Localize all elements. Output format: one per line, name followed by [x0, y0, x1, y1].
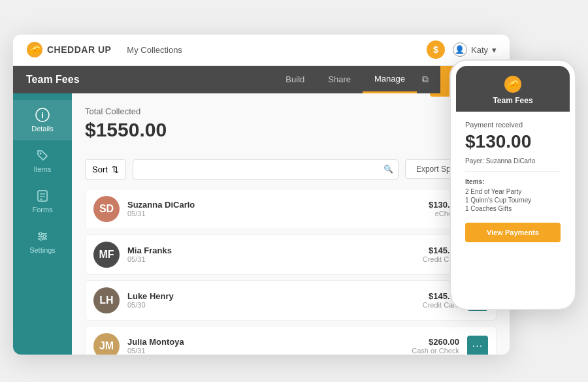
sidebar-label-settings: Settings	[29, 246, 56, 254]
total-info: Total Collected $1550.00	[85, 106, 167, 151]
chevron-down-icon: ▾	[492, 45, 497, 55]
total-collected-amount: $1550.00	[85, 119, 167, 141]
sidebar: i Details Items	[13, 93, 72, 355]
payer-info: Mia Franks 05/31	[127, 246, 415, 263]
svg-text:🧀: 🧀	[29, 44, 41, 56]
avatar: MF	[93, 242, 120, 268]
sidebar-label-details: Details	[31, 125, 54, 133]
sidebar-label-items: Items	[34, 165, 52, 173]
payment-amount: $260.00	[412, 337, 459, 347]
user-icon: 👤	[453, 42, 467, 57]
total-header-row: Total Collected $1550.00 Withdraw	[85, 106, 497, 151]
search-input[interactable]	[133, 159, 399, 180]
app-window: 🧀 CHEDDAR UP My Collections $ 👤 Katy ▾ T…	[13, 35, 510, 355]
total-collected-label: Total Collected	[85, 106, 167, 116]
table-row: MF Mia Franks 05/31 $145.00 Credit Card …	[85, 234, 497, 275]
payments-list: SD Suzanna DiCarlo 05/31 $130.00 eCheck …	[85, 189, 497, 355]
logo-icon: 🧀	[26, 41, 43, 58]
sidebar-item-details[interactable]: i Details	[13, 100, 72, 140]
payment-method: Cash or Check	[412, 347, 459, 355]
phone-item-1: 2 End of Year Party	[465, 188, 561, 195]
svg-rect-5	[38, 191, 47, 201]
phone-item-2: 1 Quinn's Cup Tourney	[465, 197, 561, 204]
sidebar-label-forms: Forms	[32, 206, 52, 214]
payer-name: Julia Montoya	[127, 337, 404, 347]
payment-received-amount: $130.00	[465, 131, 561, 152]
payer-name: Mia Franks	[127, 246, 415, 255]
sidebar-item-forms[interactable]: Forms	[13, 181, 72, 221]
payer-info: Julia Montoya 05/31	[127, 337, 404, 355]
external-link-icon[interactable]: ⧉	[417, 74, 434, 85]
svg-point-13	[43, 235, 46, 238]
svg-point-12	[39, 232, 42, 235]
search-box: 🔍	[133, 159, 399, 180]
avatar: LH	[93, 287, 120, 313]
svg-point-4	[40, 152, 42, 154]
svg-text:🧀: 🧀	[508, 79, 519, 90]
sidebar-item-items[interactable]: Items	[13, 140, 72, 181]
search-icon: 🔍	[384, 165, 393, 174]
phone-header: 🧀 Team Fees	[456, 66, 570, 112]
table-row: JM Julia Montoya 05/31 $260.00 Cash or C…	[85, 326, 497, 355]
phone-item-3: 1 Coaches Gifts	[465, 205, 561, 212]
phone-mockup: 🧀 Team Fees Payment received $130.00 Pay…	[451, 61, 575, 309]
phone-title: Team Fees	[493, 96, 532, 105]
avatar: JM	[93, 333, 120, 355]
tab-build[interactable]: Build	[274, 66, 316, 93]
my-collections-link[interactable]: My Collections	[127, 45, 182, 55]
payer-info: Luke Henry 05/30	[127, 291, 415, 309]
dollar-badge[interactable]: $	[427, 40, 445, 59]
svg-text:i: i	[41, 110, 44, 120]
page-title: Team Fees	[26, 74, 80, 86]
user-name: Katy	[471, 45, 488, 55]
sort-label: Sort	[92, 165, 108, 174]
payment-detail: $260.00 Cash or Check	[412, 337, 459, 355]
payment-received-label: Payment received	[465, 121, 561, 129]
top-nav: 🧀 CHEDDAR UP My Collections $ 👤 Katy ▾	[13, 35, 510, 66]
more-button[interactable]: ···	[467, 336, 488, 355]
logo-text: CHEDDAR UP	[47, 44, 111, 55]
form-icon	[35, 189, 50, 203]
info-icon: i	[35, 108, 50, 122]
phone-items-label: Items:	[465, 178, 561, 185]
payer-date: 05/31	[127, 255, 415, 263]
payer-date: 05/30	[127, 301, 415, 309]
tab-manage[interactable]: Manage	[363, 66, 417, 93]
table-row: LH Luke Henry 05/30 $145.00 Credit Card …	[85, 280, 497, 321]
table-row: SD Suzanna DiCarlo 05/31 $130.00 eCheck …	[85, 189, 497, 229]
sort-chevron-icon: ⇅	[112, 165, 119, 174]
toolbar: Sort ⇅ 🔍 Export Spreadsheet	[85, 159, 497, 180]
tag-icon	[35, 148, 50, 163]
phone-logo-icon: 🧀	[504, 75, 522, 93]
phone-payer-line: Payer: Suzanna DiCarlo	[465, 157, 561, 172]
sidebar-item-settings[interactable]: Settings	[13, 221, 72, 262]
avatar: SD	[93, 196, 120, 222]
svg-point-14	[40, 238, 42, 240]
main-content: i Details Items	[13, 93, 510, 355]
payer-date: 05/31	[127, 347, 404, 355]
payer-name: Luke Henry	[127, 291, 415, 301]
logo-area: 🧀 CHEDDAR UP	[26, 41, 111, 58]
settings-icon	[35, 229, 50, 244]
phone-body: Payment received $130.00 Payer: Suzanna …	[456, 112, 570, 251]
nav-right: $ 👤 Katy ▾	[427, 40, 497, 59]
sort-select[interactable]: Sort ⇅	[85, 159, 126, 180]
phone-logo-area: 🧀 Team Fees	[464, 75, 562, 105]
payer-date: 05/31	[127, 210, 421, 217]
tab-share[interactable]: Share	[316, 66, 363, 93]
sub-header: Team Fees Build Share Manage ⧉ Save and …	[13, 66, 510, 93]
payer-info: Suzanna DiCarlo 05/31	[127, 200, 421, 217]
view-payments-button[interactable]: View Payments	[465, 223, 561, 242]
content-panel: Total Collected $1550.00 Withdraw Sort ⇅…	[72, 93, 510, 355]
payer-name: Suzanna DiCarlo	[127, 200, 421, 210]
user-area: 👤 Katy ▾	[453, 42, 497, 57]
